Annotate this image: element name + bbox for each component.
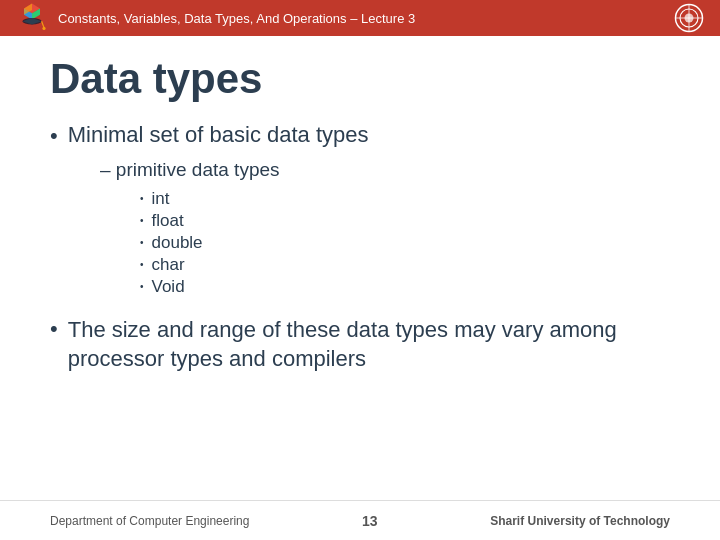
footer: Department of Computer Engineering 13 Sh… — [0, 500, 720, 540]
bullet1-text: Minimal set of basic data types — [68, 122, 369, 148]
header-title: Constants, Variables, Data Types, And Op… — [58, 11, 415, 26]
footer-right: Sharif University of Technology — [490, 514, 670, 528]
list-bullet: • — [140, 193, 144, 204]
list-bullet: • — [140, 259, 144, 270]
section-bullet1: • Minimal set of basic data types – prim… — [50, 122, 670, 297]
main-content: Data types • Minimal set of basic data t… — [0, 36, 720, 500]
svg-point-7 — [42, 27, 45, 30]
bullet2-dot: • — [50, 315, 58, 344]
list-item: • Void — [140, 277, 670, 297]
graduation-cap-icon — [16, 2, 48, 34]
page-title: Data types — [50, 56, 670, 102]
header-bar: Constants, Variables, Data Types, And Op… — [0, 0, 720, 36]
list-item: • char — [140, 255, 670, 275]
list-bullet: • — [140, 281, 144, 292]
code-item-3: char — [152, 255, 185, 275]
bullet1-dot: • — [50, 122, 58, 151]
footer-page-number: 13 — [362, 513, 378, 529]
university-logo-icon — [674, 3, 704, 33]
bullet2-main: • The size and range of these data types… — [50, 315, 670, 374]
footer-left: Department of Computer Engineering — [50, 514, 249, 528]
code-list: • int • float • double • char • Void — [140, 189, 670, 297]
bullet2-text: The size and range of these data types m… — [68, 315, 670, 374]
code-item-1: float — [152, 211, 184, 231]
code-item-2: double — [152, 233, 203, 253]
svg-line-6 — [42, 21, 44, 27]
header-left: Constants, Variables, Data Types, And Op… — [16, 2, 415, 34]
bullet1-sub: – primitive data types — [100, 159, 670, 181]
list-bullet: • — [140, 215, 144, 226]
list-item: • int — [140, 189, 670, 209]
bullet1-main: • Minimal set of basic data types — [50, 122, 670, 151]
list-item: • float — [140, 211, 670, 231]
section-bullet2: • The size and range of these data types… — [50, 315, 670, 374]
list-bullet: • — [140, 237, 144, 248]
list-item: • double — [140, 233, 670, 253]
code-item-4: Void — [152, 277, 185, 297]
code-item-0: int — [152, 189, 170, 209]
